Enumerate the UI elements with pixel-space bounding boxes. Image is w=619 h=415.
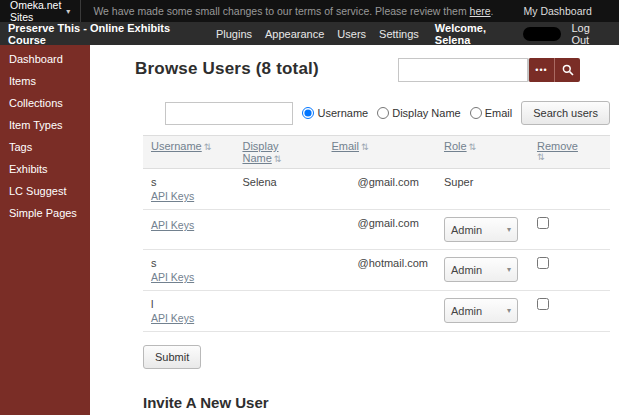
sort-icon: ⇅ [537,152,602,162]
search-button[interactable] [554,58,580,82]
redaction-blob [523,27,561,41]
role-select-value: Admin [451,264,482,276]
main-content: Browse Users (8 total) ••• Username Disp… [90,45,619,415]
chevron-down-icon: ▾ [507,306,511,315]
radio-display-name-label: Display Name [392,107,460,119]
admin-bar: Preserve This - Online Exhibits Course P… [0,22,619,45]
display-name-value [234,291,323,332]
table-row: sAPI Keys Selena @gmail.com Super [143,169,610,210]
quick-search: ••• [398,58,580,82]
sort-remove[interactable]: Remove [537,140,578,152]
sidebar-item-simple-pages[interactable]: Simple Pages [0,202,90,224]
sidebar-item-lc-suggest[interactable]: LC Suggest [0,180,90,202]
radio-email[interactable]: Email [470,107,513,119]
chevron-down-icon: ▾ [507,265,511,274]
radio-email-input[interactable] [470,107,482,119]
quick-search-input[interactable] [398,58,528,82]
radio-username-input[interactable] [302,107,314,119]
nav-users[interactable]: Users [337,28,366,40]
sites-menu-label: Omeka.net Sites [10,0,61,23]
email-value: @gmail.com [332,217,419,229]
sidebar-item-tags[interactable]: Tags [0,136,90,158]
site-title: Preserve This - Online Exhibits Course [8,22,203,46]
table-row: lAPI Keys Admin▾ [143,291,610,332]
sort-username[interactable]: Username [151,140,202,152]
username-value: s [151,176,226,188]
terms-notice: We have made some small changes to our t… [93,5,493,17]
page-layout: Dashboard Items Collections Item Types T… [0,45,619,415]
nav-appearance[interactable]: Appearance [265,28,324,40]
user-search-form: Username Display Name Email Search users [143,101,610,125]
radio-username[interactable]: Username [302,107,368,119]
display-name-value: Selena [234,169,323,210]
sidebar-item-item-types[interactable]: Item Types [0,114,90,136]
radio-email-label: Email [485,107,513,119]
sidebar-item-items[interactable]: Items [0,70,90,92]
api-keys-link[interactable]: API Keys [151,271,194,283]
terms-notice-period: . [491,5,494,17]
table-row: API Keys @gmail.com Admin▾ [143,210,610,250]
my-dashboard-link[interactable]: My Dashboard [524,5,592,17]
api-keys-link[interactable]: API Keys [151,190,194,202]
sort-role[interactable]: Role [444,140,467,152]
remove-checkbox[interactable] [537,217,549,229]
table-header-row: Username⇅ Display Name⇅ Email⇅ Role⇅ Rem… [143,136,610,169]
chevron-down-icon: ▾ [507,225,511,234]
search-icon [562,64,574,76]
role-select-value: Admin [451,305,482,317]
ellipsis-icon: ••• [535,65,547,75]
invite-heading: Invite A New User [143,394,610,411]
email-value: @gmail.com [332,176,419,188]
sites-menu-button[interactable]: Omeka.net Sites ▾ [0,0,81,22]
display-name-value [234,250,323,291]
submit-button[interactable]: Submit [143,345,201,369]
sort-icon: ⇅ [204,142,212,152]
users-table: Username⇅ Display Name⇅ Email⇅ Role⇅ Rem… [143,135,610,332]
sidebar: Dashboard Items Collections Item Types T… [0,45,90,415]
remove-checkbox[interactable] [537,257,549,269]
nav-plugins[interactable]: Plugins [216,28,252,40]
nav-settings[interactable]: Settings [379,28,419,40]
role-select[interactable]: Admin▾ [444,257,518,282]
radio-display-name-input[interactable] [377,107,389,119]
terms-here-link[interactable]: here [470,5,491,17]
username-value: l [151,298,226,310]
user-search-input[interactable] [165,102,293,125]
radio-username-label: Username [317,107,368,119]
username-value: s [151,257,226,269]
sidebar-item-dashboard[interactable]: Dashboard [0,48,90,70]
radio-display-name[interactable]: Display Name [377,107,460,119]
display-name-value [234,210,323,250]
email-value: @hotmail.com [332,257,428,269]
role-select-value: Admin [451,224,482,236]
api-keys-link[interactable]: API Keys [151,312,194,324]
sort-icon: ⇅ [469,142,477,152]
terms-notice-text: We have made some small changes to our t… [93,5,469,17]
sort-icon: ⇅ [361,142,369,152]
role-select[interactable]: Admin▾ [444,298,518,323]
sort-icon: ⇅ [274,154,282,164]
users-panel: Username Display Name Email Search users… [143,101,610,415]
role-value: Super [436,169,529,210]
search-users-button[interactable]: Search users [521,101,610,125]
sidebar-item-collections[interactable]: Collections [0,92,90,114]
chevron-down-icon: ▾ [66,7,70,16]
table-row: sAPI Keys @hotmail.com Admin▾ [143,250,610,291]
advanced-search-button[interactable]: ••• [528,58,554,82]
remove-checkbox[interactable] [537,298,549,310]
api-keys-link[interactable]: API Keys [151,219,194,231]
welcome-label: Welcome, Selena [435,22,521,46]
role-select[interactable]: Admin▾ [444,217,518,242]
sidebar-item-exhibits[interactable]: Exhibits [0,158,90,180]
logout-link[interactable]: Log Out [571,22,609,46]
top-bar: Omeka.net Sites ▾ We have made some smal… [0,0,619,22]
sort-email[interactable]: Email [332,140,360,152]
remove-cell-empty [529,169,610,210]
